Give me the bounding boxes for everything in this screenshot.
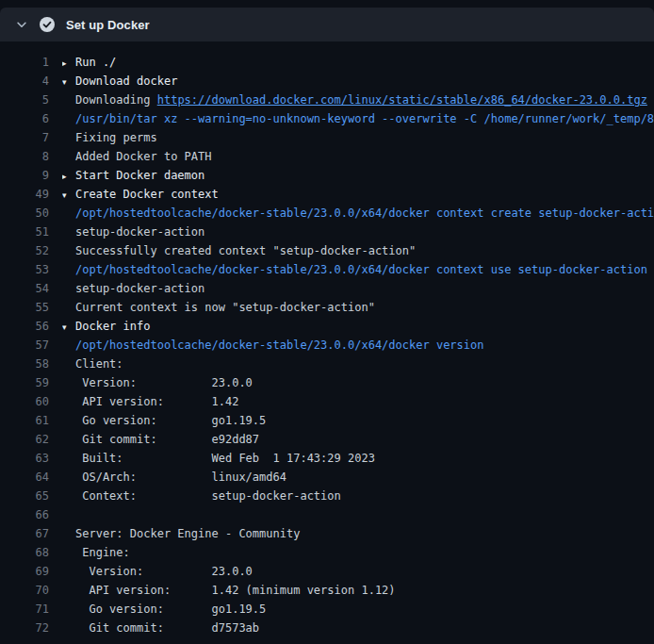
line-number[interactable]: 70 — [0, 581, 49, 600]
log-text: Context: setup-docker-action — [75, 489, 341, 503]
line-number[interactable]: 64 — [0, 468, 49, 487]
line-number[interactable]: 50 — [0, 204, 49, 223]
log-text: Go version: go1.19.5 — [75, 414, 266, 427]
log-line: 71 Go version: go1.19.5 — [0, 600, 654, 619]
step-header[interactable]: Set up Docker — [0, 8, 654, 41]
log-link[interactable]: https://download.docker.com/linux/static… — [157, 93, 647, 107]
line-content: ▾Create Docker context — [62, 185, 654, 204]
log-line: 52 Successfully created context "setup-d… — [0, 241, 654, 260]
line-number[interactable]: 49 — [0, 185, 49, 204]
log-line: 5 Downloading https://download.docker.co… — [0, 91, 654, 109]
line-content: ▸Start Docker daemon — [62, 166, 654, 185]
log-text: Version: 23.0.0 — [75, 565, 253, 578]
line-content: Git commit: e92dd87 — [62, 430, 654, 449]
log-text: Start Docker daemon — [75, 169, 204, 182]
line-number[interactable]: 9 — [0, 166, 49, 185]
line-content: Version: 23.0.0 — [62, 373, 654, 392]
line-content: Version: 23.0.0 — [62, 562, 654, 581]
line-number[interactable]: 4 — [0, 72, 49, 91]
line-number[interactable]: 66 — [0, 505, 49, 524]
line-number[interactable]: 56 — [0, 317, 49, 336]
line-number[interactable]: 60 — [0, 392, 49, 411]
line-number[interactable]: 62 — [0, 430, 49, 449]
log-line: 72 Git commit: d7573ab — [0, 619, 654, 637]
log-line: 7 Fixing perms — [0, 128, 654, 147]
chevron-down-icon[interactable] — [15, 18, 28, 31]
line-number[interactable]: 7 — [0, 128, 49, 147]
line-content: /opt/hostedtoolcache/docker-stable/23.0.… — [62, 336, 654, 355]
check-circle-icon — [40, 17, 55, 32]
log-line: 69 Version: 23.0.0 — [0, 562, 654, 581]
line-content: API version: 1.42 (minimum version 1.12) — [62, 581, 654, 600]
log-text: Downloading — [75, 93, 157, 107]
line-number[interactable]: 54 — [0, 279, 49, 298]
log-text: setup-docker-action — [75, 225, 204, 239]
log-text: Engine: — [75, 546, 130, 559]
log-line: 70 API version: 1.42 (minimum version 1.… — [0, 581, 654, 600]
line-number[interactable]: 59 — [0, 373, 49, 392]
line-number[interactable]: 68 — [0, 543, 49, 562]
log-line: 56 ▾Docker info — [0, 317, 654, 336]
log-text: API version: 1.42 (minimum version 1.12) — [75, 584, 396, 597]
line-number[interactable]: 65 — [0, 487, 49, 505]
log-line: 57 /opt/hostedtoolcache/docker-stable/23… — [0, 336, 654, 355]
line-number[interactable]: 1 — [0, 53, 49, 72]
collapse-group-icon[interactable]: ▾ — [62, 73, 75, 91]
log-line: 51 setup-docker-action — [0, 223, 654, 241]
line-number[interactable]: 71 — [0, 600, 49, 619]
line-content: Current context is now "setup-docker-act… — [62, 298, 654, 317]
line-number[interactable]: 69 — [0, 562, 49, 581]
line-number[interactable]: 6 — [0, 109, 49, 128]
line-content: Engine: — [62, 543, 654, 562]
actions-log-page: Set up Docker 1 ▸Run ./ 4 ▾Download dock… — [0, 0, 654, 644]
line-number[interactable]: 67 — [0, 524, 49, 543]
log-line: 63 Built: Wed Feb 1 17:43:29 2023 — [0, 449, 654, 468]
line-number[interactable]: 53 — [0, 260, 49, 279]
log-line: 58 Client: — [0, 355, 654, 373]
line-content: Go version: go1.19.5 — [62, 411, 654, 430]
line-content: Go version: go1.19.5 — [62, 600, 654, 619]
log-text: Version: 23.0.0 — [75, 376, 253, 389]
collapse-group-icon[interactable]: ▾ — [62, 318, 75, 336]
line-content: Added Docker to PATH — [62, 147, 654, 166]
log-line: 8 Added Docker to PATH — [0, 147, 654, 166]
collapse-group-icon[interactable]: ▾ — [62, 186, 75, 204]
log-text: Current context is now "setup-docker-act… — [75, 301, 375, 314]
expand-group-icon[interactable]: ▸ — [62, 167, 75, 185]
line-content: setup-docker-action — [62, 279, 654, 298]
line-content: ▸Run ./ — [62, 53, 654, 72]
line-content: /opt/hostedtoolcache/docker-stable/23.0.… — [62, 204, 654, 223]
line-content: API version: 1.42 — [62, 392, 654, 411]
step-title: Set up Docker — [66, 18, 150, 32]
log-text: Create Docker context — [75, 188, 219, 201]
log-text: Built: Wed Feb 1 17:43:29 2023 — [75, 452, 375, 465]
line-number[interactable]: 61 — [0, 411, 49, 430]
line-content — [62, 505, 654, 524]
log-line: 53 /opt/hostedtoolcache/docker-stable/23… — [0, 260, 654, 279]
log-text: OS/Arch: linux/amd64 — [75, 471, 286, 484]
line-number[interactable]: 63 — [0, 449, 49, 468]
line-number[interactable]: 55 — [0, 298, 49, 317]
line-number[interactable]: 5 — [0, 91, 49, 109]
line-number[interactable]: 72 — [0, 619, 49, 637]
line-number[interactable]: 8 — [0, 147, 49, 166]
expand-group-icon[interactable]: ▸ — [62, 54, 75, 72]
log-line: 65 Context: setup-docker-action — [0, 487, 654, 505]
line-content: Context: setup-docker-action — [62, 487, 654, 505]
log-line: 50 /opt/hostedtoolcache/docker-stable/23… — [0, 204, 654, 223]
line-number[interactable]: 57 — [0, 336, 49, 355]
log-text: setup-docker-action — [75, 282, 204, 295]
log-text: Fixing perms — [75, 131, 157, 144]
line-number[interactable]: 58 — [0, 355, 49, 373]
line-number[interactable]: 52 — [0, 241, 49, 260]
log-line: 62 Git commit: e92dd87 — [0, 430, 654, 449]
line-content: OS/Arch: linux/amd64 — [62, 468, 654, 487]
line-content: ▾Download docker — [62, 72, 654, 91]
log-line: 1 ▸Run ./ — [0, 53, 654, 72]
step-log: 1 ▸Run ./ 4 ▾Download docker 5 Downloadi… — [0, 41, 654, 637]
line-content: Successfully created context "setup-dock… — [62, 241, 654, 260]
line-content: Fixing perms — [62, 128, 654, 147]
log-text: Git commit: e92dd87 — [75, 433, 259, 446]
line-number[interactable]: 51 — [0, 223, 49, 241]
log-text: Client: — [75, 357, 123, 371]
